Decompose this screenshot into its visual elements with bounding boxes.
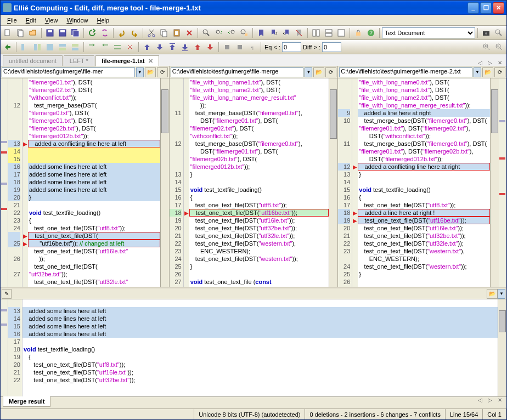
new-file2-icon[interactable] xyxy=(14,27,26,39)
gray1-icon[interactable] xyxy=(221,41,233,53)
diff-nav1-icon[interactable] xyxy=(2,41,14,53)
tab-merge[interactable]: file-merge-1.txt✕ xyxy=(95,55,159,66)
right-map[interactable] xyxy=(499,78,506,287)
save-icon[interactable] xyxy=(44,27,56,39)
zoom-in-icon[interactable] xyxy=(481,41,493,53)
mid-scroll[interactable] xyxy=(329,78,337,287)
format-select[interactable]: Text Document xyxy=(382,27,475,38)
last-diff-icon[interactable] xyxy=(179,41,191,53)
diff-c-icon[interactable] xyxy=(44,41,56,53)
prev-conflict-icon[interactable] xyxy=(191,41,204,53)
next-diff-icon[interactable] xyxy=(154,41,166,53)
left-code[interactable]: "filemerge01.txt"), DST( "filemerge02.tx… xyxy=(28,78,160,287)
menu-view[interactable]: View xyxy=(41,16,63,25)
open-icon[interactable]: 📂 xyxy=(313,67,324,77)
zoom-icon[interactable] xyxy=(493,27,505,39)
tab-prev-icon[interactable]: ◁ xyxy=(476,60,485,66)
undo-icon[interactable] xyxy=(116,27,128,39)
bookmark-clear-icon[interactable] xyxy=(293,27,305,39)
diff-e-icon[interactable] xyxy=(69,41,81,53)
next-conflict-icon[interactable] xyxy=(204,41,216,53)
save-all-icon[interactable] xyxy=(69,27,81,39)
open-icon[interactable]: 📂 xyxy=(145,67,156,77)
find-icon[interactable] xyxy=(200,27,212,39)
merge-right-icon[interactable] xyxy=(99,41,111,53)
new-file-icon[interactable] xyxy=(2,27,14,39)
zoom-out-icon[interactable] xyxy=(493,41,505,53)
right-path[interactable]: C:\dev\filehisto\test\guimerge\file-merg… xyxy=(339,67,472,77)
bookmark-next-icon[interactable] xyxy=(280,27,292,39)
diff-a-icon[interactable] xyxy=(19,41,31,53)
refresh-icon[interactable] xyxy=(99,27,111,39)
eq-input[interactable] xyxy=(282,42,301,52)
diff-input[interactable] xyxy=(322,42,341,52)
tab-untitled[interactable]: untitled document xyxy=(3,55,63,66)
left-scroll[interactable] xyxy=(160,78,169,287)
cut-icon[interactable] xyxy=(145,27,157,39)
merge-x-icon[interactable] xyxy=(124,41,136,53)
menu-file[interactable]: File xyxy=(3,16,21,25)
left-map[interactable] xyxy=(1,78,8,287)
camera-icon[interactable] xyxy=(480,27,492,39)
lock-icon[interactable] xyxy=(352,27,364,39)
save-as-icon[interactable] xyxy=(57,27,69,39)
merge-both-icon[interactable] xyxy=(111,41,123,53)
paste-icon[interactable] xyxy=(171,27,183,39)
dropdown-icon[interactable]: ▼ xyxy=(305,67,312,77)
bookmark-prev-icon[interactable] xyxy=(268,27,280,39)
merge-map[interactable] xyxy=(1,299,8,396)
delete-icon[interactable] xyxy=(183,27,195,39)
menu-help[interactable]: Help xyxy=(93,16,114,25)
tab-next-icon[interactable]: ▷ xyxy=(486,397,494,403)
open-icon[interactable]: 📂 xyxy=(482,67,493,77)
reload-icon[interactable] xyxy=(86,27,98,39)
redo-icon[interactable] xyxy=(128,27,140,39)
refresh-pane-icon[interactable]: ⟳ xyxy=(157,67,168,77)
sidebyside-icon[interactable] xyxy=(310,27,322,39)
merge-scroll[interactable] xyxy=(498,299,506,396)
mid-path[interactable]: C:\dev\filehisto\test\guimerge\file-merg… xyxy=(171,67,304,77)
mid-code[interactable]: "file_with_long_name1.txt"), DST( "file_… xyxy=(189,78,329,287)
merge-open-icon[interactable]: 📂 xyxy=(487,289,498,299)
merge-code[interactable]: added some lines here at left added some… xyxy=(22,299,498,396)
merge-left-icon[interactable] xyxy=(86,41,98,53)
tab-close-icon[interactable]: ✕ xyxy=(495,397,504,403)
refresh-pane-icon[interactable]: ⟳ xyxy=(325,67,336,77)
tab-next-icon[interactable]: ▷ xyxy=(486,60,494,66)
bookmark-icon[interactable] xyxy=(255,27,267,39)
right-code[interactable]: "file_with_long_name0.txt"), DST( "file_… xyxy=(358,78,490,287)
close-button[interactable]: ✕ xyxy=(493,2,504,14)
diff-b-icon[interactable] xyxy=(31,41,43,53)
replace-icon[interactable] xyxy=(238,27,250,39)
gray2-icon[interactable] xyxy=(234,41,246,53)
tab-close-icon[interactable]: ✕ xyxy=(148,58,153,64)
svg-rect-8 xyxy=(73,31,79,37)
single-icon[interactable] xyxy=(335,27,347,39)
minimize-button[interactable]: _ xyxy=(467,2,479,14)
merge-result-tab[interactable]: Merge result xyxy=(3,396,50,407)
status-col: Col 1 xyxy=(483,409,506,419)
edit-icon[interactable]: ✎ xyxy=(2,289,12,299)
find-prev-icon[interactable] xyxy=(226,27,238,39)
maximize-button[interactable]: ❐ xyxy=(480,2,492,14)
open-file-icon[interactable] xyxy=(27,27,39,39)
tab-left[interactable]: LEFT * xyxy=(64,55,94,66)
menu-edit[interactable]: Edit xyxy=(21,16,41,25)
ws-icon[interactable]: ¶ xyxy=(246,41,258,53)
help-icon[interactable]: ? xyxy=(365,27,377,39)
menu-window[interactable]: Window xyxy=(62,16,92,25)
dropdown-icon[interactable]: ▼ xyxy=(136,67,144,77)
prev-diff-icon[interactable] xyxy=(141,41,153,53)
tab-close-all-icon[interactable]: ✕ xyxy=(495,60,504,66)
right-scroll[interactable] xyxy=(490,78,499,287)
tab-prev-icon[interactable]: ◁ xyxy=(476,397,485,403)
find-next-icon[interactable] xyxy=(213,27,225,39)
first-diff-icon[interactable] xyxy=(166,41,178,53)
copy-icon[interactable] xyxy=(158,27,170,39)
diff-d-icon[interactable] xyxy=(57,41,69,53)
stacked-icon[interactable] xyxy=(323,27,335,39)
dropdown-icon[interactable]: ▼ xyxy=(498,289,505,299)
left-path[interactable]: C:\dev\filehisto\test\guimerge\file-mer xyxy=(2,67,135,77)
refresh-pane-icon[interactable]: ⟳ xyxy=(494,67,505,77)
dropdown-icon[interactable]: ▼ xyxy=(474,67,481,77)
